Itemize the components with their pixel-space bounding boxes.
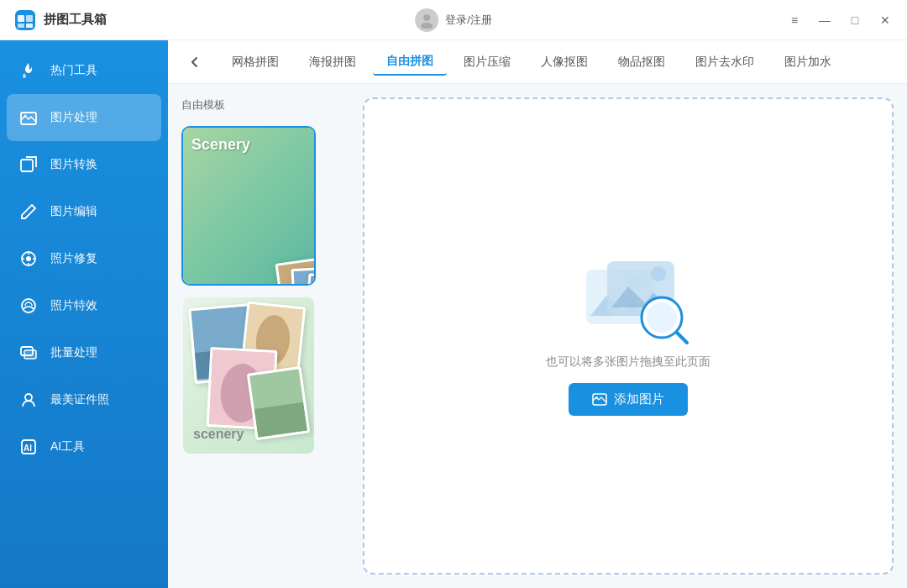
- sidebar-label-image-edit: 图片编辑: [50, 204, 97, 219]
- svg-point-6: [421, 23, 433, 29]
- sidebar-label-batch-process: 批量处理: [50, 345, 97, 360]
- templates-panel: 自由模板 Scenery: [181, 97, 349, 575]
- maximize-button[interactable]: □: [847, 13, 863, 27]
- template-card-2-inner: scenery: [183, 297, 314, 454]
- user-info[interactable]: 登录/注册: [415, 8, 492, 32]
- image-edit-icon: [17, 200, 40, 223]
- templates-label: 自由模板: [181, 97, 349, 113]
- drop-hint-text: 也可以将多张图片拖拽至此页面: [546, 354, 710, 370]
- close-button[interactable]: ✕: [877, 13, 894, 27]
- image-convert-icon: [17, 153, 40, 176]
- tab-add-watermark[interactable]: 图片加水: [771, 50, 845, 75]
- sidebar-item-best-id-photo[interactable]: 最美证件照: [0, 376, 168, 423]
- photo-effects-icon: [17, 294, 40, 318]
- sidebar-label-best-id-photo: 最美证件照: [50, 392, 109, 407]
- content-body: 自由模板 Scenery: [168, 84, 907, 588]
- minimize-button[interactable]: —: [816, 13, 833, 27]
- content-area: 网格拼图 海报拼图 自由拼图 图片压缩 人像抠图 物品抠图 图片去水印 图片加水…: [168, 40, 907, 588]
- app-logo: 拼图工具箱: [13, 8, 107, 32]
- svg-point-15: [25, 394, 32, 401]
- sidebar-label-image-process: 图片处理: [50, 110, 97, 125]
- sidebar-label-image-convert: 图片转换: [50, 157, 97, 172]
- svg-rect-2: [26, 15, 33, 22]
- svg-point-12: [22, 299, 35, 312]
- ai-tools-icon: AI: [17, 435, 40, 459]
- main-layout: 热门工具 图片处理 图片转换: [0, 40, 907, 588]
- sidebar-item-image-edit[interactable]: 图片编辑: [0, 188, 168, 235]
- hot-tools-icon: [17, 59, 40, 82]
- best-id-photo-icon: [17, 388, 40, 412]
- title-bar: 拼图工具箱 登录/注册 ≡ — □ ✕: [0, 0, 907, 40]
- template-1-background: Scenery: [183, 128, 314, 284]
- tab-grid-collage[interactable]: 网格拼图: [218, 50, 292, 75]
- sidebar-item-photo-effects[interactable]: 照片特效: [0, 282, 168, 329]
- tab-bar: 网格拼图 海报拼图 自由拼图 图片压缩 人像抠图 物品抠图 图片去水印 图片加水: [168, 40, 907, 84]
- template-2-label: scenery: [193, 427, 244, 442]
- sidebar-label-photo-repair: 照片修复: [50, 251, 97, 266]
- svg-point-38: [651, 266, 666, 281]
- template-1-label: Scenery: [191, 136, 250, 154]
- svg-point-5: [423, 14, 430, 21]
- sidebar-item-image-convert[interactable]: 图片转换: [0, 141, 168, 188]
- sidebar-label-hot-tools: 热门工具: [50, 63, 97, 78]
- svg-point-40: [647, 302, 677, 333]
- logo-icon: [13, 8, 37, 32]
- sidebar-item-ai-tools[interactable]: AI AI工具: [0, 423, 168, 470]
- template-2-background: scenery: [183, 297, 314, 454]
- svg-rect-1: [18, 15, 24, 22]
- back-button[interactable]: [181, 49, 208, 76]
- tab-free-collage[interactable]: 自由拼图: [373, 49, 447, 76]
- svg-rect-9: [21, 160, 33, 171]
- window-controls: ≡ — □ ✕: [786, 13, 894, 27]
- sidebar: 热门工具 图片处理 图片转换: [0, 40, 168, 588]
- sidebar-label-ai-tools: AI工具: [50, 439, 85, 454]
- photo-repair-icon: [17, 247, 40, 270]
- image-process-icon: [17, 106, 40, 129]
- drop-area-icon: [578, 257, 679, 341]
- svg-rect-14: [24, 350, 36, 359]
- sidebar-item-batch-process[interactable]: 批量处理: [0, 329, 168, 376]
- menu-button[interactable]: ≡: [786, 13, 803, 27]
- sidebar-item-photo-repair[interactable]: 照片修复: [0, 235, 168, 282]
- drop-area[interactable]: 也可以将多张图片拖拽至此页面 添加图片: [363, 97, 894, 575]
- tab-image-compress[interactable]: 图片压缩: [450, 50, 524, 75]
- add-image-label: 添加图片: [614, 391, 664, 407]
- svg-point-8: [24, 115, 27, 118]
- sidebar-item-image-process[interactable]: 图片处理: [7, 94, 161, 141]
- svg-rect-3: [18, 24, 24, 28]
- tab-portrait-crop[interactable]: 人像抠图: [527, 50, 601, 75]
- sidebar-label-photo-effects: 照片特效: [50, 298, 97, 313]
- add-image-button[interactable]: 添加图片: [569, 383, 688, 416]
- svg-text:AI: AI: [24, 444, 32, 453]
- tab-poster-collage[interactable]: 海报拼图: [296, 50, 370, 75]
- batch-process-icon: [17, 341, 40, 365]
- avatar: [415, 8, 438, 32]
- template-card-2[interactable]: scenery: [181, 296, 316, 455]
- svg-point-11: [26, 256, 31, 261]
- scatter-photo-4: [247, 366, 311, 440]
- svg-point-43: [595, 396, 598, 399]
- tab-remove-watermark[interactable]: 图片去水印: [682, 50, 768, 75]
- app-title: 拼图工具箱: [44, 12, 107, 28]
- add-image-icon: [592, 391, 607, 407]
- svg-line-41: [677, 333, 687, 343]
- svg-rect-4: [26, 24, 33, 28]
- tab-object-crop[interactable]: 物品抠图: [605, 50, 679, 75]
- template-card-1[interactable]: Scenery: [181, 126, 316, 286]
- sidebar-item-hot-tools[interactable]: 热门工具: [0, 47, 168, 94]
- user-label[interactable]: 登录/注册: [445, 13, 492, 28]
- template-card-1-inner: Scenery: [183, 128, 314, 284]
